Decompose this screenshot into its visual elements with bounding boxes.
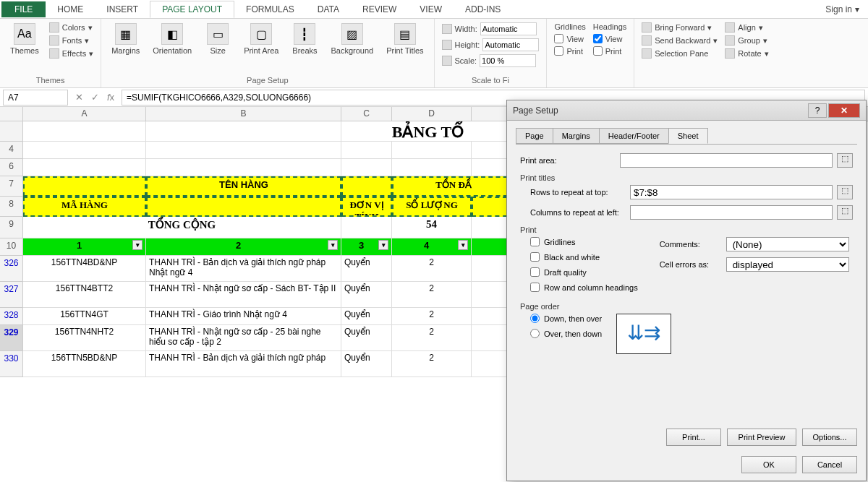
cancel-button[interactable]: Cancel: [802, 456, 857, 473]
fx-button[interactable]: fx: [103, 90, 119, 106]
selection-pane-button[interactable]: Selection Pane: [640, 48, 719, 59]
send-backward-button[interactable]: Send Backward ▾: [640, 35, 719, 46]
headings-view-check[interactable]: [593, 34, 603, 43]
col-B[interactable]: B: [146, 107, 341, 121]
row-hdr-10[interactable]: 10: [0, 238, 23, 256]
filter-1[interactable]: 1▾: [23, 238, 146, 256]
cell-code[interactable]: 156TTN4BTT2: [23, 282, 146, 308]
background-button[interactable]: ▨Background: [326, 22, 378, 56]
cell-qty[interactable]: 2: [392, 256, 472, 282]
breaks-button[interactable]: ┇Breaks: [287, 22, 322, 56]
fonts-button[interactable]: Fonts ▾: [48, 35, 95, 46]
cell-unit[interactable]: Quyển: [341, 325, 392, 351]
cancel-formula-button[interactable]: ✕: [71, 90, 87, 106]
row-hdr-6[interactable]: 6: [0, 159, 23, 176]
filter-2[interactable]: 2▾: [146, 238, 341, 256]
draft-check[interactable]: [530, 267, 540, 277]
print-titles-button[interactable]: ▤Print Titles: [382, 22, 427, 56]
col-A[interactable]: A: [23, 107, 146, 121]
width-select[interactable]: [480, 22, 537, 35]
row-hdr[interactable]: 330: [0, 351, 23, 377]
cell-unit[interactable]: Quyển: [341, 351, 392, 377]
tab-formulas[interactable]: FORMULAS: [234, 1, 306, 17]
cell-code[interactable]: 156TTN4BD&NP: [23, 256, 146, 282]
tab-file[interactable]: FILE: [1, 1, 46, 17]
rotate-button[interactable]: Rotate ▾: [723, 48, 770, 59]
cell-qty[interactable]: 2: [392, 325, 472, 351]
cell-unit[interactable]: Quyển: [341, 282, 392, 308]
cell-code[interactable]: 156TTN4NHT2: [23, 325, 146, 351]
cell-name[interactable]: THANH TRÌ - Bản dịch và giải thích ngữ p…: [146, 351, 341, 377]
cols-repeat-input[interactable]: [630, 205, 833, 220]
bw-check[interactable]: [530, 252, 540, 262]
margins-button[interactable]: ▦Margins: [107, 22, 144, 56]
headings-print-check[interactable]: [593, 46, 603, 56]
print-area-picker[interactable]: ⬚: [837, 153, 853, 168]
cell-name[interactable]: THANH TRÌ - Bản dịch và giải thích ngữ p…: [146, 256, 341, 282]
tab-review[interactable]: REVIEW: [351, 1, 408, 17]
gridlines-print-check[interactable]: [554, 46, 563, 56]
accept-formula-button[interactable]: ✓: [87, 90, 103, 106]
row-hdr-4[interactable]: 4: [0, 142, 23, 159]
cell-unit[interactable]: Quyển: [341, 308, 392, 325]
tab-insert[interactable]: INSERT: [95, 1, 150, 17]
row-hdr[interactable]: 329: [0, 325, 23, 351]
name-box[interactable]: [3, 90, 68, 106]
themes-button[interactable]: AaThemes: [6, 22, 43, 56]
cell-qty[interactable]: 2: [392, 282, 472, 308]
row-hdr[interactable]: [0, 121, 23, 142]
filter-3[interactable]: 3▾: [341, 238, 392, 256]
tab-view[interactable]: VIEW: [408, 1, 454, 17]
align-button[interactable]: Align ▾: [723, 22, 770, 33]
options-button[interactable]: Options...: [802, 429, 857, 446]
cell-name[interactable]: THANH TRÌ - Giáo trình Nhật ngữ 4: [146, 308, 341, 325]
row-col-headings-check[interactable]: [530, 283, 540, 292]
size-button[interactable]: ▭Size: [200, 22, 235, 56]
cell-qty[interactable]: 2: [392, 351, 472, 377]
tab-addins[interactable]: ADD-INS: [454, 1, 512, 17]
gridlines-check[interactable]: [530, 237, 540, 246]
colors-button[interactable]: Colors ▾: [48, 22, 95, 33]
print-preview-button[interactable]: Print Preview: [727, 429, 796, 446]
bring-forward-button[interactable]: Bring Forward ▾: [640, 22, 719, 33]
effects-button[interactable]: Effects ▾: [48, 48, 95, 59]
ok-button[interactable]: OK: [741, 456, 796, 473]
orientation-button[interactable]: ◧Orientation: [148, 22, 196, 56]
row-hdr-9[interactable]: 9: [0, 217, 23, 238]
cell-code[interactable]: 156TTN4GT: [23, 308, 146, 325]
row-hdr[interactable]: 327: [0, 282, 23, 308]
cell-qty[interactable]: 2: [392, 308, 472, 325]
group-button[interactable]: Group ▾: [723, 35, 770, 46]
col-C[interactable]: C: [341, 107, 392, 121]
cols-repeat-picker[interactable]: ⬚: [837, 205, 853, 220]
col-D[interactable]: D: [392, 107, 472, 121]
select-all-corner[interactable]: [0, 107, 23, 121]
gridlines-view-check[interactable]: [554, 34, 563, 43]
close-button[interactable]: ✕: [828, 103, 860, 118]
print-area-input[interactable]: [620, 153, 833, 168]
rows-repeat-picker[interactable]: ⬚: [837, 185, 853, 199]
row-hdr-7[interactable]: 7: [0, 176, 23, 197]
sign-in-link[interactable]: Sign in▾: [817, 1, 868, 17]
cell-name[interactable]: THANH TRÌ - Nhật ngữ sơ cấp - 25 bài ngh…: [146, 325, 341, 351]
tab-page-layout[interactable]: PAGE LAYOUT: [150, 1, 234, 18]
tab-margins[interactable]: Margins: [553, 128, 600, 144]
rows-repeat-input[interactable]: [630, 185, 833, 199]
over-then-down-radio[interactable]: [530, 329, 540, 338]
errors-select[interactable]: displayed: [726, 257, 849, 272]
dialog-titlebar[interactable]: Page Setup ? ✕: [507, 100, 866, 121]
row-hdr-8[interactable]: 8: [0, 197, 23, 217]
print-area-button[interactable]: ▢Print Area: [239, 22, 283, 56]
tab-sheet[interactable]: Sheet: [668, 128, 708, 144]
cell-code[interactable]: 156TTN5BD&NP: [23, 351, 146, 377]
print-button[interactable]: Print...: [666, 429, 721, 446]
tab-header-footer[interactable]: Header/Footer: [599, 128, 669, 144]
cell-unit[interactable]: Quyển: [341, 256, 392, 282]
tab-home[interactable]: HOME: [46, 1, 95, 17]
cell-name[interactable]: THANH TRÌ - Nhật ngữ sơ cấp - Sách BT- T…: [146, 282, 341, 308]
comments-select[interactable]: (None): [726, 237, 849, 251]
height-select[interactable]: [482, 38, 539, 51]
row-hdr[interactable]: 328: [0, 308, 23, 325]
row-hdr[interactable]: 326: [0, 256, 23, 282]
tab-data[interactable]: DATA: [306, 1, 351, 17]
